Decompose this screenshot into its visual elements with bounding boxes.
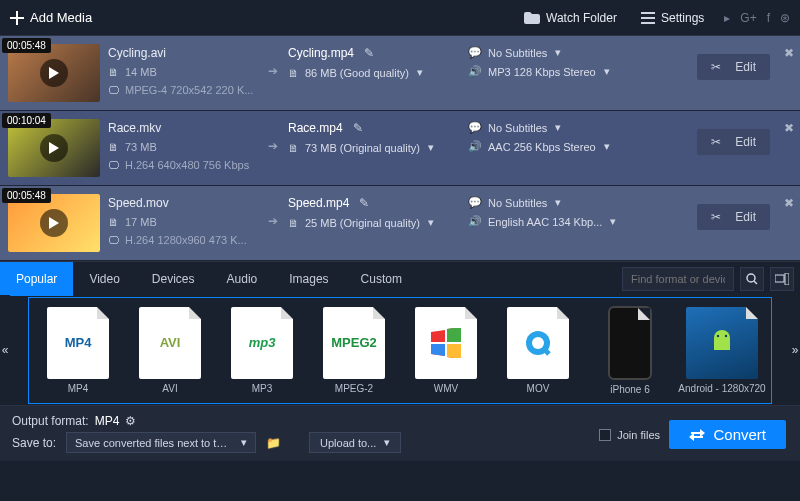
save-to-select[interactable]: Save converted files next to the o... ▾ [66, 432, 256, 453]
output-format-label: Output format: [12, 414, 89, 428]
android-icon [708, 328, 736, 358]
preset-mov[interactable]: MOV [497, 307, 579, 394]
monitor-icon [108, 159, 119, 171]
social-icons: ▸ G+ f ⊛ [724, 11, 790, 25]
preset-mpeg2[interactable]: MPEG2 MPEG-2 [313, 307, 395, 394]
tab-custom[interactable]: Custom [345, 262, 418, 296]
output-format-value: MP4 [95, 414, 120, 428]
preset-avi[interactable]: AVI AVI [129, 307, 211, 394]
quicktime-icon [523, 328, 553, 358]
youtube-icon[interactable]: ▸ [724, 11, 730, 25]
rename-icon[interactable]: ✎ [359, 196, 369, 210]
watch-folder-button[interactable]: Watch Folder [512, 11, 629, 25]
audio-select[interactable]: 🔊AAC 256 Kbps Stereo▾ [468, 140, 618, 153]
tab-devices[interactable]: Devices [136, 262, 211, 296]
thumbnail[interactable]: 00:05:48 [8, 194, 100, 252]
audio-select[interactable]: 🔊MP3 128 Kbps Stereo▾ [468, 65, 618, 78]
chevron-down-icon[interactable]: ▾ [428, 141, 434, 154]
scissors-icon: ✂ [711, 210, 721, 224]
preset-strip: MP4 MP4 AVI AVI mp3 MP3 MPEG2 MPEG-2 WMV… [28, 297, 772, 404]
preset-android[interactable]: Android - 1280x720 [681, 307, 763, 394]
preset-next[interactable]: » [790, 295, 800, 405]
edit-button[interactable]: ✂ Edit [697, 204, 770, 230]
file-icon [108, 141, 119, 153]
preset-search[interactable] [622, 267, 734, 291]
rename-icon[interactable]: ✎ [364, 46, 374, 60]
hamburger-icon [641, 12, 655, 24]
subtitle-icon: 💬 [468, 46, 482, 59]
output-name: Race.mp4 [288, 121, 343, 135]
chevron-down-icon: ▾ [604, 140, 610, 153]
detect-icon [775, 273, 789, 285]
audio-select[interactable]: 🔊English AAC 134 Kbp...▾ [468, 215, 618, 228]
chevron-down-icon[interactable]: ▾ [417, 66, 423, 79]
subtitles-select[interactable]: 💬No Subtitles▾ [468, 121, 618, 134]
source-codec: MPEG-4 720x542 220 K... [125, 84, 253, 96]
remove-button[interactable]: ✖ [784, 121, 794, 135]
source-size: 14 MB [125, 66, 157, 78]
preset-card [507, 307, 569, 379]
svg-rect-2 [785, 273, 789, 285]
preset-iphone6[interactable]: iPhone 6 [589, 306, 671, 395]
preset-label: Android - 1280x720 [678, 383, 765, 394]
file-row[interactable]: 00:10:04 Race.mkv 73 MB H.264 640x480 75… [0, 111, 800, 186]
chevron-down-icon: ▾ [555, 121, 561, 134]
search-button[interactable] [740, 267, 764, 291]
output-name: Speed.mp4 [288, 196, 349, 210]
thumbnail[interactable]: 00:05:48 [8, 44, 100, 102]
monitor-icon [108, 234, 119, 246]
file-icon [288, 67, 299, 79]
arrow-icon: ➔ [258, 36, 288, 78]
preset-wmv[interactable]: WMV [405, 307, 487, 394]
join-files-checkbox[interactable]: Join files [599, 429, 660, 441]
play-icon[interactable] [40, 59, 68, 87]
edit-label: Edit [735, 60, 756, 74]
file-row[interactable]: 00:05:48 Speed.mov 17 MB H.264 1280x960 … [0, 186, 800, 261]
preset-mp3[interactable]: mp3 MP3 [221, 307, 303, 394]
add-media-button[interactable]: Add Media [10, 10, 92, 25]
upload-to-select[interactable]: Upload to... ▾ [309, 432, 401, 453]
subtitle-icon: 💬 [468, 196, 482, 209]
facebook-icon[interactable]: f [767, 11, 770, 25]
preset-prev[interactable]: « [0, 295, 10, 405]
chevron-down-icon[interactable]: ▾ [428, 216, 434, 229]
tab-audio[interactable]: Audio [211, 262, 274, 296]
thumbnail[interactable]: 00:10:04 [8, 119, 100, 177]
file-row[interactable]: 00:05:48 Cycling.avi 14 MB MPEG-4 720x54… [0, 36, 800, 111]
remove-button[interactable]: ✖ [784, 46, 794, 60]
add-media-label: Add Media [30, 10, 92, 25]
preset-search-input[interactable] [623, 273, 733, 285]
edit-button[interactable]: ✂ Edit [697, 54, 770, 80]
tab-images[interactable]: Images [273, 262, 344, 296]
preset-card: MP4 [47, 307, 109, 379]
preset-label: AVI [162, 383, 177, 394]
chevron-down-icon: ▾ [384, 436, 390, 449]
tab-video[interactable]: Video [73, 262, 135, 296]
file-icon [108, 216, 119, 228]
browse-folder-icon[interactable]: 📁 [266, 436, 281, 450]
subtitles-select[interactable]: 💬No Subtitles▾ [468, 46, 618, 59]
detect-device-button[interactable] [770, 267, 794, 291]
source-codec: H.264 1280x960 473 K... [125, 234, 247, 246]
remove-button[interactable]: ✖ [784, 196, 794, 210]
play-icon[interactable] [40, 209, 68, 237]
edit-button[interactable]: ✂ Edit [697, 129, 770, 155]
svg-point-6 [725, 334, 727, 336]
play-icon[interactable] [40, 134, 68, 162]
save-to-label: Save to: [12, 436, 56, 450]
googleplus-icon[interactable]: G+ [740, 11, 756, 25]
gear-icon[interactable]: ⚙ [125, 414, 136, 428]
preset-label: iPhone 6 [610, 384, 649, 395]
help-icon[interactable]: ⊛ [780, 11, 790, 25]
convert-button[interactable]: Convert [669, 420, 786, 449]
subtitles-select[interactable]: 💬No Subtitles▾ [468, 196, 618, 209]
source-size: 73 MB [125, 141, 157, 153]
scissors-icon: ✂ [711, 135, 721, 149]
source-codec: H.264 640x480 756 Kbps [125, 159, 249, 171]
scissors-icon: ✂ [711, 60, 721, 74]
tab-popular[interactable]: Popular [0, 262, 73, 296]
settings-button[interactable]: Settings [629, 11, 716, 25]
rename-icon[interactable]: ✎ [353, 121, 363, 135]
preset-mp4[interactable]: MP4 MP4 [37, 307, 119, 394]
join-files-label: Join files [617, 429, 660, 441]
